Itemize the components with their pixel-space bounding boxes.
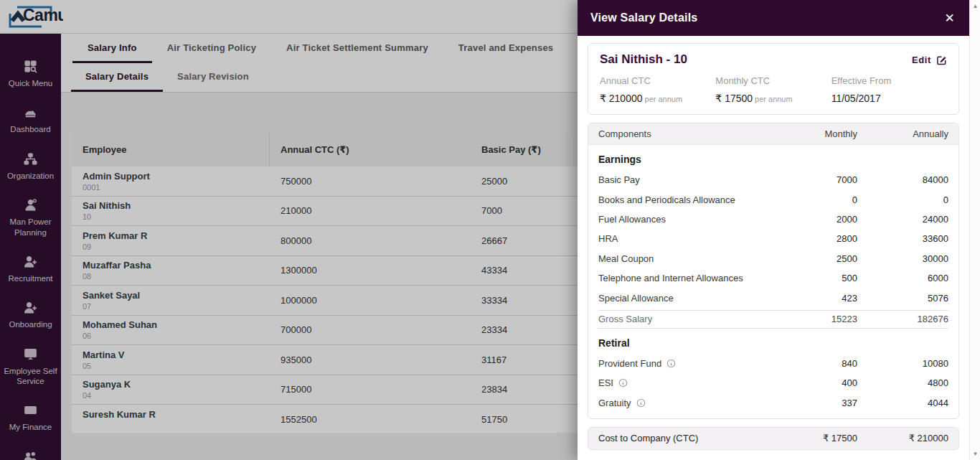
field-suffix: per annum [645, 95, 683, 103]
component-row: Fuel Allowances [598, 210, 948, 229]
component-monthly-value: 2000 [771, 214, 857, 225]
field-label: Annual CTC [600, 75, 715, 86]
component-label: ESI [598, 377, 613, 388]
total-monthly-value: 15223 [771, 314, 857, 324]
component-label: Basic Pay [598, 174, 640, 185]
employee-field: Effective From 11/05/2017 [831, 75, 947, 104]
component-section: Earnings Basic Pay [598, 145, 948, 329]
component-row: Meal Coupon [598, 249, 948, 268]
component-monthly-value: 400 [771, 377, 857, 388]
component-label: Provident Fund [598, 358, 661, 369]
component-monthly-value: 500 [771, 273, 857, 283]
component-monthly-value: 423 [771, 293, 857, 304]
field-value: 11/05/2017 [831, 93, 947, 104]
info-icon[interactable] [666, 359, 676, 368]
field-suffix: per annum [755, 95, 793, 103]
ctc-monthly-value: ₹ 17500 [771, 433, 857, 443]
component-annually-value: 4800 [857, 377, 948, 388]
component-annually-value: 4044 [857, 398, 948, 408]
field-label: Effective From [831, 75, 947, 86]
employee-field: Annual CTC ₹ 210000per annum [600, 75, 715, 104]
total-annually-value: 182676 [857, 314, 948, 324]
component-row: Books and Periodicals Allowance [598, 189, 948, 209]
component-label: Telephone and Internet Allowances [598, 273, 743, 283]
component-annually-value: 84000 [857, 174, 948, 185]
field-value: ₹ 210000per annum [600, 93, 715, 104]
component-monthly-value: 0 [771, 194, 857, 205]
component-monthly-value: 2800 [771, 233, 857, 244]
annually-column-header: Annually [857, 128, 948, 139]
monthly-column-header: Monthly [771, 128, 857, 139]
component-label: Meal Coupon [598, 253, 654, 264]
component-annually-value: 5076 [857, 293, 948, 304]
info-icon[interactable] [618, 378, 628, 388]
close-icon[interactable]: ✕ [945, 12, 955, 24]
employee-summary-card: Sai Nithish - 10 Edit Annual CTC [588, 43, 959, 115]
field-label: Monthly CTC [715, 75, 831, 86]
scrollbar-down-arrow[interactable]: ▼ [970, 451, 980, 457]
component-label: Books and Periodicals Allowance [598, 194, 735, 205]
modal-header: View Salary Details ✕ [578, 0, 969, 36]
component-annually-value: 10080 [857, 358, 948, 369]
modal-body: Sai Nithish - 10 Edit Annual CTC [578, 36, 969, 450]
component-label: Special Allowance [598, 293, 674, 304]
component-label: Gratuity [598, 398, 631, 408]
component-monthly-value: 2500 [771, 253, 857, 264]
edit-pencil-icon [936, 55, 947, 65]
component-row: HRA 2800 [598, 229, 948, 248]
employee-field: Monthly CTC ₹ 17500per annum [715, 75, 831, 104]
section-heading: Earnings [598, 145, 948, 170]
scrollbar-up-arrow[interactable]: ▲ [970, 3, 980, 9]
edit-button[interactable]: Edit [912, 55, 947, 65]
section-total-row: Gross Salary 15223 182676 [598, 310, 948, 329]
ctc-summary-bar: Cost to Company (CTC) ₹ 17500 ₹ 210000 [588, 427, 959, 450]
component-monthly-value: 337 [771, 398, 857, 408]
component-row: Gratuity [598, 393, 948, 413]
component-annually-value: 6000 [857, 273, 948, 283]
component-annually-value: 0 [857, 194, 948, 205]
components-card: Components Monthly Annually Earnings [588, 123, 959, 419]
component-annually-value: 24000 [857, 214, 948, 225]
section-heading: Retiral [598, 329, 948, 354]
component-section: Retiral Provident Fund [598, 329, 948, 413]
components-header-label: Components [598, 128, 771, 139]
info-icon[interactable] [636, 398, 646, 408]
component-row: Provident Fund [598, 354, 948, 373]
view-salary-details-panel: View Salary Details ✕ Sai Nithish - 10 E… [578, 0, 969, 460]
field-value: ₹ 17500per annum [715, 93, 831, 104]
component-row: Basic Pay [598, 170, 948, 189]
ctc-annually-value: ₹ 210000 [857, 433, 948, 443]
edit-button-label: Edit [912, 55, 931, 65]
component-row: Telephone and Internet Allowances [598, 268, 948, 288]
app-window: Camu Quick Menu Dashboard Or [0, 0, 980, 460]
component-label: HRA [598, 233, 618, 244]
components-header-row: Components Monthly Annually [588, 123, 958, 145]
component-monthly-value: 7000 [771, 174, 857, 185]
component-row: ESI 400 [598, 373, 948, 393]
component-annually-value: 33600 [857, 233, 948, 244]
component-row: Special Allowance [598, 288, 948, 307]
page-scrollbar[interactable]: ▲ ▼ [969, 0, 980, 460]
ctc-label: Cost to Company (CTC) [598, 433, 771, 443]
component-annually-value: 30000 [857, 253, 948, 264]
component-monthly-value: 840 [771, 358, 857, 369]
component-label: Fuel Allowances [598, 214, 666, 225]
employee-title: Sai Nithish - 10 [600, 52, 687, 67]
modal-title: View Salary Details [590, 11, 697, 24]
total-label: Gross Salary [598, 314, 771, 324]
